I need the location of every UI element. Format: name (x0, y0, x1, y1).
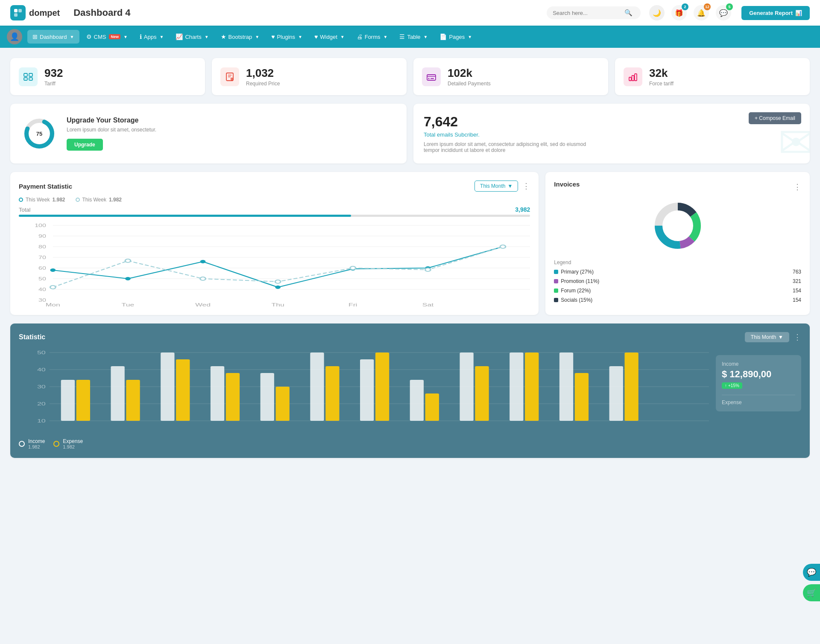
force-tariff-icon (624, 67, 642, 86)
arrow-up-icon: ↑ (725, 383, 727, 388)
sidebar-item-pages[interactable]: 📄 Pages ▼ (434, 30, 477, 44)
sidebar-item-charts[interactable]: 📈 Charts ▼ (170, 30, 214, 44)
price-icon (220, 67, 239, 86)
legend-item-1: This Week 1.982 (76, 197, 122, 203)
legend-inv-forum: Forum (22%) 154 (554, 288, 801, 294)
stat-card-force-tariff: 32k Force tariff (615, 58, 810, 95)
table-chevron: ▼ (424, 35, 428, 39)
navbar: 👤 ⊞ Dashboard ▼ ⚙ CMS New ▼ ℹ Apps ▼ 📈 C… (0, 26, 820, 48)
legend-label-0: This Week (26, 197, 50, 203)
svg-rect-5 (24, 78, 27, 80)
month-label: This Month (480, 183, 505, 189)
force-tariff-value: 32k (649, 67, 674, 80)
tariff-label: Tariff (44, 81, 63, 87)
statistic-title: Statistic (19, 333, 45, 341)
charts-icon: 📈 (176, 33, 183, 40)
svg-rect-71 (61, 380, 75, 421)
income-legend-info: Income 1.982 (28, 438, 45, 449)
chevron-down-icon: ▼ (507, 183, 512, 189)
chart-controls: This Month ▼ ⋮ (474, 181, 530, 192)
sidebar-item-cms[interactable]: ⚙ CMS New ▼ (81, 30, 133, 44)
compose-email-button[interactable]: + Compose Email (749, 112, 801, 124)
bootstrap-label: Bootstrap (228, 34, 252, 40)
svg-rect-77 (211, 366, 224, 421)
bell-icon-btn[interactable]: 🔔 12 (694, 5, 709, 20)
payment-progress-bar (19, 215, 530, 217)
sidebar-item-dashboard[interactable]: ⊞ Dashboard ▼ (27, 30, 79, 44)
svg-rect-72 (76, 380, 90, 421)
apps-icon: ℹ (140, 33, 142, 40)
sidebar-item-bootstrap[interactable]: ★ Bootstrap ▼ (216, 30, 265, 44)
stat-controls: This Month ▼ ⋮ (745, 332, 801, 342)
svg-text:Wed: Wed (195, 302, 211, 307)
income-badge-value: +15% (728, 383, 739, 388)
generate-report-button[interactable]: Generate Report 📊 (741, 6, 810, 20)
forms-chevron: ▼ (384, 35, 388, 39)
legend-inv-socials-left: Socials (15%) (554, 297, 592, 303)
logo-text: dompet (29, 8, 60, 18)
total-value: 3,982 (515, 206, 530, 213)
sidebar-item-widget[interactable]: ♥ Widget ▼ (309, 30, 350, 44)
month-dropdown[interactable]: This Month ▼ (474, 181, 518, 192)
forum-label: Forum (22%) (561, 288, 591, 294)
charts-chevron: ▼ (205, 35, 209, 39)
income-panel: Income $ 12,890,00 ↑ +15% Expense (716, 355, 801, 411)
svg-text:40: 40 (38, 287, 46, 292)
promo-label: Promotion (11%) (561, 278, 599, 284)
sidebar-item-apps[interactable]: ℹ Apps ▼ (135, 30, 169, 44)
svg-rect-13 (427, 75, 436, 80)
svg-text:50: 50 (38, 277, 46, 281)
income-legend-item: Income 1.982 (19, 438, 45, 449)
stat-card-detailed-payments: 102k Detailed Payments (413, 58, 608, 95)
payment-chart-more[interactable]: ⋮ (522, 181, 530, 191)
table-label: Table (407, 34, 420, 40)
moon-toggle[interactable]: 🌙 (649, 5, 665, 20)
storage-title: Upgrade Your Storage (67, 117, 156, 124)
promo-value: 321 (793, 278, 801, 284)
storage-desc: Lorem ipsum dolor sit amet, onsectetur. (67, 127, 156, 133)
svg-rect-78 (226, 373, 240, 421)
svg-rect-75 (161, 353, 174, 421)
svg-point-44 (125, 259, 131, 262)
price-label: Required Price (246, 81, 280, 87)
svg-point-46 (275, 280, 281, 283)
svg-rect-82 (325, 366, 339, 421)
legend-inv-socials: Socials (15%) 154 (554, 297, 801, 303)
chart-total: Total 3,982 (19, 206, 530, 213)
upgrade-button[interactable]: Upgrade (67, 139, 103, 151)
statistic-more[interactable]: ⋮ (794, 332, 801, 342)
message-icon-btn[interactable]: 💬 5 (716, 5, 731, 20)
svg-text:40: 40 (37, 367, 46, 372)
stat-card-tariff: 932 Tariff (10, 58, 205, 95)
socials-value: 154 (793, 297, 801, 303)
svg-point-43 (50, 286, 56, 289)
svg-text:60: 60 (38, 266, 46, 271)
logo-area: dompet (10, 5, 60, 20)
expense-section: Expense (722, 395, 795, 405)
svg-rect-0 (14, 9, 18, 12)
sidebar-item-forms[interactable]: 🖨 Forms ▼ (351, 30, 393, 44)
invoices-more[interactable]: ⋮ (794, 182, 801, 192)
socials-label: Socials (15%) (561, 297, 592, 303)
svg-rect-74 (126, 380, 140, 421)
payments-value: 102k (448, 67, 491, 80)
dashboard-label: Dashboard (40, 34, 67, 40)
sidebar-item-plugins[interactable]: ♥ Plugins ▼ (266, 30, 308, 44)
income-legend-sublabel: 1.982 (28, 444, 45, 449)
widget-chevron: ▼ (340, 35, 345, 39)
plugins-chevron: ▼ (298, 35, 302, 39)
search-input[interactable] (553, 10, 621, 16)
tariff-info: 932 Tariff (44, 67, 63, 87)
svg-rect-1 (18, 9, 22, 12)
stat-month-button[interactable]: This Month ▼ (745, 332, 789, 342)
socials-sq (554, 298, 558, 302)
pages-chevron: ▼ (468, 35, 472, 39)
charts-label: Charts (185, 34, 201, 40)
bar-chart-section: 50 40 30 20 10 (19, 348, 709, 449)
svg-rect-87 (460, 353, 473, 421)
chart-header: Payment Statistic This Month ▼ ⋮ (19, 181, 530, 192)
gift-icon-btn[interactable]: 🎁 2 (671, 5, 687, 20)
sidebar-item-table[interactable]: ☰ Table ▼ (394, 30, 433, 44)
chart-icon: 📊 (795, 10, 802, 16)
bootstrap-chevron: ▼ (255, 35, 259, 39)
